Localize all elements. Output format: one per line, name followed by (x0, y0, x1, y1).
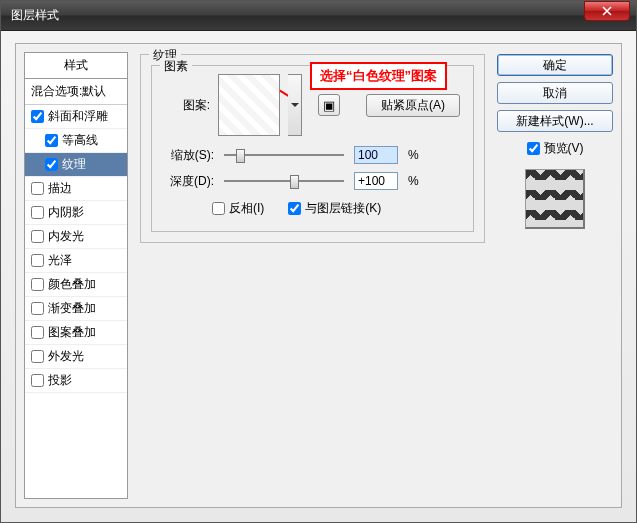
style-label: 渐变叠加 (48, 300, 96, 317)
window-title: 图层样式 (11, 7, 584, 24)
depth-input[interactable] (354, 172, 398, 190)
snap-origin-button[interactable]: 贴紧原点(A) (366, 94, 460, 117)
depth-label: 深度(D): (162, 173, 214, 190)
style-checkbox[interactable] (31, 110, 44, 123)
style-label: 光泽 (48, 252, 72, 269)
preview-checkbox[interactable] (527, 142, 540, 155)
preview-label: 预览(V) (544, 140, 584, 157)
style-row[interactable]: 内阴影 (25, 201, 127, 225)
depth-unit: % (408, 174, 419, 188)
style-row[interactable]: 投影 (25, 369, 127, 393)
style-row[interactable]: 纹理 (25, 153, 127, 177)
style-label: 投影 (48, 372, 72, 389)
right-panel: 确定 取消 新建样式(W)... 预览(V) (497, 52, 613, 499)
style-label: 纹理 (62, 156, 86, 173)
invert-label: 反相(I) (229, 200, 264, 217)
element-legend: 图素 (160, 58, 192, 75)
style-label: 内阴影 (48, 204, 84, 221)
style-checkbox[interactable] (45, 158, 58, 171)
style-row[interactable]: 外发光 (25, 345, 127, 369)
style-row[interactable]: 等高线 (25, 129, 127, 153)
depth-thumb[interactable] (290, 175, 299, 189)
depth-slider[interactable] (224, 180, 344, 182)
texture-section: 纹理 图素 选择“白色纹理”图案 图案: ▣ 贴紧原点(A) 缩放(S): (140, 54, 485, 243)
cancel-button[interactable]: 取消 (497, 82, 613, 104)
scale-thumb[interactable] (236, 149, 245, 163)
scale-row: 缩放(S): % (162, 146, 463, 164)
scale-slider[interactable] (224, 154, 344, 156)
layer-style-dialog: 图层样式 样式 混合选项:默认 斜面和浮雕等高线纹理描边内阴影内发光光泽颜色叠加… (0, 0, 637, 523)
style-label: 颜色叠加 (48, 276, 96, 293)
main-panel: 纹理 图素 选择“白色纹理”图案 图案: ▣ 贴紧原点(A) 缩放(S): (136, 52, 489, 499)
style-label: 图案叠加 (48, 324, 96, 341)
style-label: 等高线 (62, 132, 98, 149)
link-label: 与图层链接(K) (305, 200, 381, 217)
preview-checkbox-wrap[interactable]: 预览(V) (497, 140, 613, 157)
style-checkbox[interactable] (31, 230, 44, 243)
scale-label: 缩放(S): (162, 147, 214, 164)
style-label: 描边 (48, 180, 72, 197)
style-checkbox[interactable] (31, 254, 44, 267)
invert-checkbox[interactable] (212, 202, 225, 215)
new-style-button[interactable]: 新建样式(W)... (497, 110, 613, 132)
style-row[interactable]: 描边 (25, 177, 127, 201)
style-row[interactable]: 渐变叠加 (25, 297, 127, 321)
styles-header: 样式 (25, 53, 127, 79)
link-checkbox[interactable] (288, 202, 301, 215)
style-label: 内发光 (48, 228, 84, 245)
style-checkbox[interactable] (31, 350, 44, 363)
preview-swatch (525, 169, 585, 229)
create-pattern-button[interactable]: ▣ (318, 94, 340, 116)
style-row[interactable]: 斜面和浮雕 (25, 105, 127, 129)
pattern-label: 图案: (162, 97, 210, 114)
close-icon (602, 6, 612, 16)
close-button[interactable] (584, 1, 630, 21)
style-checkbox[interactable] (45, 134, 58, 147)
style-checkbox[interactable] (31, 206, 44, 219)
style-row[interactable]: 内发光 (25, 225, 127, 249)
style-label: 外发光 (48, 348, 84, 365)
style-checkbox[interactable] (31, 182, 44, 195)
style-row[interactable]: 图案叠加 (25, 321, 127, 345)
style-label: 斜面和浮雕 (48, 108, 108, 125)
invert-checkbox-wrap[interactable]: 反相(I) (212, 200, 264, 217)
styles-list-panel: 样式 混合选项:默认 斜面和浮雕等高线纹理描边内阴影内发光光泽颜色叠加渐变叠加图… (24, 52, 128, 499)
style-row[interactable]: 光泽 (25, 249, 127, 273)
pattern-dropdown[interactable] (288, 74, 302, 136)
style-row[interactable]: 颜色叠加 (25, 273, 127, 297)
scale-input[interactable] (354, 146, 398, 164)
style-checkbox[interactable] (31, 278, 44, 291)
style-checkbox[interactable] (31, 326, 44, 339)
link-checkbox-wrap[interactable]: 与图层链接(K) (288, 200, 381, 217)
element-group: 图素 选择“白色纹理”图案 图案: ▣ 贴紧原点(A) 缩放(S): (151, 65, 474, 232)
depth-row: 深度(D): % (162, 172, 463, 190)
blend-options-row[interactable]: 混合选项:默认 (25, 79, 127, 105)
pattern-swatch[interactable] (218, 74, 280, 136)
dialog-body: 样式 混合选项:默认 斜面和浮雕等高线纹理描边内阴影内发光光泽颜色叠加渐变叠加图… (15, 43, 622, 508)
checkbox-row: 反相(I) 与图层链接(K) (212, 200, 463, 217)
style-checkbox[interactable] (31, 302, 44, 315)
style-checkbox[interactable] (31, 374, 44, 387)
pattern-row: 图案: ▣ 贴紧原点(A) (162, 74, 463, 136)
ok-button[interactable]: 确定 (497, 54, 613, 76)
scale-unit: % (408, 148, 419, 162)
titlebar[interactable]: 图层样式 (1, 1, 636, 31)
